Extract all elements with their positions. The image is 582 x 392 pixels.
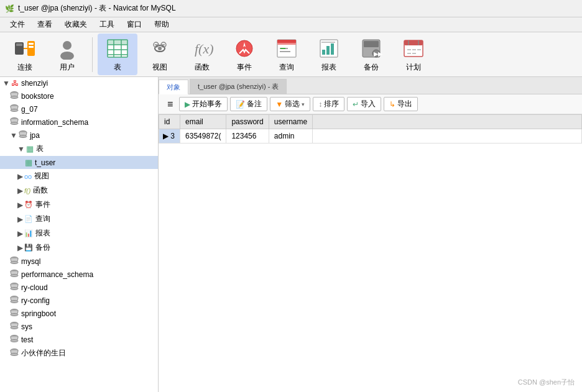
chevron-right-icon-query: ▶ (17, 215, 23, 224)
db-icon-springboot (10, 309, 19, 318)
toolbar-btn-function[interactable]: f(x) 函数 (182, 34, 222, 75)
schedule-icon (401, 36, 426, 61)
sidebar-item-t-user[interactable]: ▦ t_user (0, 156, 158, 169)
export-button[interactable]: ↳ 导出 (384, 97, 418, 111)
sidebar-item-jpa[interactable]: ▼ jpa (0, 129, 158, 142)
sidebar-item-mysql[interactable]: mysql (0, 255, 158, 268)
toolbar-btn-view[interactable]: 视图 (140, 34, 180, 75)
db-icon-sys (10, 322, 19, 331)
query-folder-icon: 📄 (24, 215, 33, 223)
sort-button[interactable]: ↕ 排序 (313, 97, 344, 111)
menu-item-工具[interactable]: 工具 (95, 18, 119, 31)
col-header-id[interactable]: id (159, 115, 180, 129)
col-header-username[interactable]: username (269, 115, 312, 129)
tab-object-label: 对象 (167, 83, 180, 92)
toolbar-btn-connect[interactable]: 连接 (5, 34, 45, 75)
note-button[interactable]: 📝 备注 (230, 97, 267, 111)
toolbar-btn-report[interactable]: 报表 (309, 34, 349, 75)
sidebar-item-report-folder[interactable]: ▶ 📊 报表 (0, 226, 158, 240)
svg-point-6 (63, 41, 72, 50)
report-folder-icon: 📊 (24, 229, 33, 237)
sidebar-item-event-folder[interactable]: ▶ ⏰ 事件 (0, 198, 158, 212)
event-icon (232, 36, 257, 61)
sidebar-server-label: shenziyi (21, 79, 48, 88)
sidebar-item-ry-cloud[interactable]: ry-cloud (0, 281, 158, 294)
db-icon-jpa (19, 130, 27, 140)
tab-object[interactable]: 对象 (159, 80, 188, 94)
tab-table-data[interactable]: t_user @jpa (shenziyi) - 表 (190, 79, 287, 94)
begin-transaction-button[interactable]: ▶ 开始事务 (179, 97, 228, 111)
tab-bar: 对象 t_user @jpa (shenziyi) - 表 (159, 77, 582, 94)
chevron-right-icon-event: ▶ (17, 201, 23, 209)
sidebar-item-query-folder[interactable]: ▶ 📄 查询 (0, 212, 158, 226)
cell-email[interactable]: 63549872( (180, 129, 226, 144)
menu-item-查看[interactable]: 查看 (32, 18, 57, 31)
sidebar-item-performance-schema[interactable]: performance_schema (0, 268, 158, 281)
toolbar-btn-event[interactable]: 事件 (224, 34, 264, 75)
menu-item-收藏夹[interactable]: 收藏夹 (60, 18, 92, 31)
export-label: 导出 (397, 99, 412, 109)
function-icon: f(x) (190, 36, 215, 61)
svg-rect-14 (108, 40, 127, 45)
chevron-right-icon-func: ▶ (17, 186, 23, 195)
watermark: CSDN @shen子怡 (518, 378, 575, 387)
data-table: id email password username ▶ 3 63549872(… (159, 114, 582, 144)
svg-rect-27 (277, 40, 296, 43)
svg-rect-31 (322, 50, 325, 55)
filter-button[interactable]: ▼ 筛选 ▾ (270, 97, 310, 111)
chevron-right-icon-report: ▶ (17, 229, 23, 238)
db-icon-birthday (10, 349, 19, 358)
db-icon-rycloud (10, 283, 19, 292)
toolbar-btn-user[interactable]: 用户 (47, 34, 87, 75)
sidebar-item-information-schema[interactable]: information_schema (0, 116, 158, 129)
note-icon: 📝 (236, 100, 245, 109)
table-icon (105, 36, 130, 61)
svg-rect-4 (29, 43, 34, 45)
sidebar-item-ry-config[interactable]: ry-config (0, 294, 158, 307)
sidebar-item-bookstore[interactable]: bookstore (0, 89, 158, 103)
sidebar-item-backup-folder[interactable]: ▶ 💾 备份 (0, 240, 158, 255)
toolbar-label-table: 表 (114, 62, 121, 73)
user-icon (55, 36, 80, 61)
sidebar-item-springboot[interactable]: springboot (0, 307, 158, 320)
col-header-empty (313, 115, 582, 129)
svg-point-53 (11, 122, 18, 125)
col-header-password[interactable]: password (226, 115, 269, 129)
sidebar-item-func-folder[interactable]: ▶ f() 函数 (0, 183, 158, 198)
tab-table-data-label: t_user @jpa (shenziyi) - 表 (198, 82, 279, 91)
toolbar-btn-table[interactable]: 表 (98, 34, 137, 75)
menu-button[interactable]: ≡ (164, 98, 177, 111)
table-folder-icon: ▦ (26, 144, 34, 153)
sidebar-item-sys[interactable]: sys (0, 320, 158, 333)
sidebar-item-server[interactable]: ▼ 🖧 shenziyi (0, 77, 158, 89)
svg-point-57 (11, 262, 18, 264)
svg-point-65 (11, 314, 18, 316)
table-row[interactable]: ▶ 3 63549872( 123456 admin (159, 129, 582, 144)
menu-item-窗口[interactable]: 窗口 (122, 18, 147, 31)
menu-item-帮助[interactable]: 帮助 (149, 18, 174, 31)
menu-item-文件[interactable]: 文件 (5, 18, 30, 31)
sidebar-item-test[interactable]: test (0, 333, 158, 346)
toolbar-label-view: 视图 (152, 62, 167, 73)
toolbar-btn-backup[interactable]: ▶▶ 备份 (351, 34, 391, 75)
sidebar-item-table-folder[interactable]: ▼ ▦ 表 (0, 142, 158, 156)
sidebar-item-birthday[interactable]: 小伙伴的生日 (0, 346, 158, 360)
svg-point-69 (11, 340, 18, 342)
svg-text:f(x): f(x) (195, 41, 213, 57)
col-header-email[interactable]: email (180, 115, 226, 129)
cell-username[interactable]: admin (269, 129, 312, 144)
import-button[interactable]: ↵ 导入 (347, 97, 381, 111)
cell-password[interactable]: 123456 (226, 129, 269, 144)
chevron-right-icon-backup: ▶ (17, 244, 23, 252)
svg-point-51 (11, 109, 18, 112)
sidebar-item-view-folder[interactable]: ▶ oo 视图 (0, 169, 158, 183)
db-icon-bookstore (10, 91, 19, 101)
db-icon-test (10, 335, 19, 344)
toolbar-btn-query[interactable]: 查询 (267, 34, 307, 75)
sidebar-item-g07[interactable]: g_07 (0, 103, 158, 116)
toolbar-separator-1 (92, 37, 93, 72)
toolbar-btn-schedule[interactable]: 计划 (394, 34, 433, 75)
view-icon (147, 36, 172, 61)
svg-point-59 (11, 275, 18, 277)
svg-point-7 (60, 52, 74, 60)
